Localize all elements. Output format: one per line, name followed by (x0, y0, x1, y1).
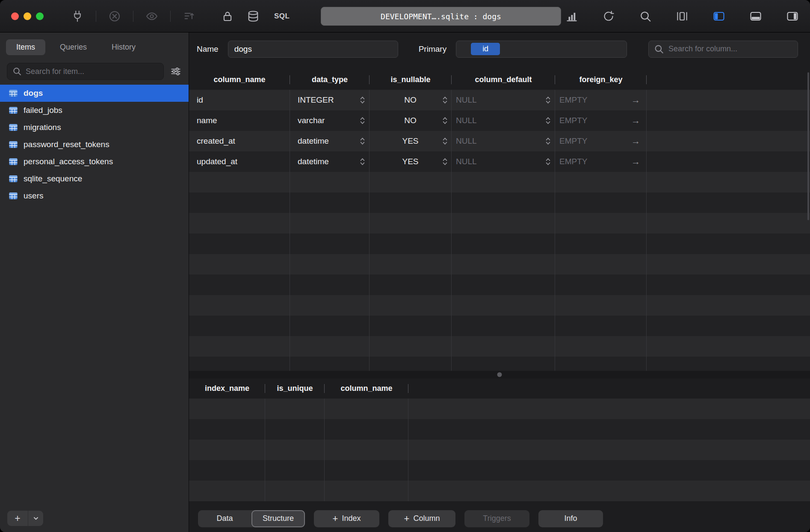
stepper-icon[interactable] (360, 157, 365, 167)
foreign-key-arrow-icon[interactable]: → (631, 95, 640, 105)
index-empty-row (189, 481, 810, 501)
index-table: index_name is_unique column_name (189, 378, 810, 505)
lock-icon[interactable] (220, 9, 235, 24)
cell-data-type[interactable]: INTEGER (290, 90, 370, 110)
primary-label: Primary (419, 44, 446, 54)
stepper-icon[interactable] (442, 115, 448, 126)
empty-cell (325, 481, 408, 501)
empty-cell (189, 233, 290, 254)
tab-queries[interactable]: Queries (50, 39, 97, 55)
empty-cell (189, 295, 290, 316)
cell-column-default[interactable]: NULL (452, 151, 555, 172)
tab-history[interactable]: History (101, 39, 146, 55)
table-item-migrations[interactable]: migrations (0, 119, 189, 136)
empty-cell (408, 460, 810, 481)
foreign-key-arrow-icon[interactable]: → (631, 157, 640, 167)
columns-view-icon[interactable] (675, 9, 689, 24)
toggle-left-sidebar-icon[interactable] (712, 9, 726, 24)
primary-key-field[interactable]: id (456, 41, 627, 58)
header-data-type: data_type (290, 70, 370, 90)
plus-icon: + (15, 513, 20, 524)
minimize-window-button[interactable] (24, 12, 31, 20)
cell-data-type[interactable]: datetime (290, 151, 370, 172)
cell-foreign-key[interactable]: EMPTY → (555, 151, 647, 172)
cell-is-nullable[interactable]: NO (370, 90, 452, 110)
stepper-icon[interactable] (360, 95, 365, 105)
index-empty-row (189, 460, 810, 481)
structure-empty-row (189, 172, 810, 192)
cell-data-type[interactable]: datetime (290, 131, 370, 151)
primary-key-chip[interactable]: id (471, 43, 500, 55)
stepper-icon[interactable] (360, 136, 365, 146)
table-item-failed-jobs[interactable]: failed_jobs (0, 102, 189, 119)
is-nullable-value: NO (404, 116, 417, 125)
stepper-icon[interactable] (545, 157, 551, 167)
search-icon[interactable] (638, 9, 653, 24)
table-name-input[interactable] (228, 41, 398, 58)
table-item-dogs[interactable]: dogs (0, 85, 189, 102)
add-index-button[interactable]: + Index (314, 510, 379, 527)
cell-is-nullable[interactable]: YES (370, 131, 452, 151)
splitter-handle-icon[interactable] (497, 372, 502, 377)
cell-column-default[interactable]: NULL (452, 110, 555, 131)
add-column-button[interactable]: + Column (388, 510, 455, 527)
zoom-window-button[interactable] (36, 12, 44, 20)
cell-is-nullable[interactable]: YES (370, 151, 452, 172)
empty-cell (647, 254, 810, 275)
table-item-personal-access-tokens[interactable]: personal_access_tokens (0, 153, 189, 170)
add-item-menu-button[interactable] (28, 511, 43, 526)
window-title[interactable]: DEVELOPMENT….sqlite : dogs (321, 7, 561, 26)
tab-items[interactable]: Items (6, 39, 45, 55)
refresh-icon[interactable] (601, 9, 616, 24)
info-button[interactable]: Info (538, 510, 603, 527)
cell-is-nullable[interactable]: NO (370, 110, 452, 131)
connection-plug-icon[interactable] (70, 9, 85, 24)
table-icon (9, 123, 18, 132)
add-item-button[interactable]: + (7, 511, 28, 526)
cell-column-name[interactable]: created_at (189, 131, 290, 151)
cell-data-type[interactable]: varchar (290, 110, 370, 131)
stepper-icon[interactable] (545, 115, 551, 126)
toggle-bottom-panel-icon[interactable] (748, 9, 763, 24)
filter-sliders-icon[interactable] (170, 65, 182, 77)
stepper-icon[interactable] (545, 136, 551, 146)
main-panel: Name Primary id column_name data_type is… (189, 33, 810, 532)
data-type-value: datetime (298, 136, 329, 146)
structure-body: id INTEGER NO NULL (189, 90, 810, 371)
cell-foreign-key[interactable]: EMPTY → (555, 110, 647, 131)
titlebar: SQL DEVELOPMENT….sqlite : dogs (0, 0, 810, 33)
cell-column-name[interactable]: id (189, 90, 290, 110)
stepper-icon[interactable] (545, 95, 551, 105)
stepper-icon[interactable] (442, 136, 448, 146)
database-icon[interactable] (246, 9, 260, 24)
item-search-field[interactable] (7, 63, 164, 80)
close-window-button[interactable] (11, 12, 19, 20)
cell-column-name[interactable]: updated_at (189, 151, 290, 172)
column-search-input[interactable] (668, 44, 792, 53)
empty-cell (189, 357, 290, 371)
cell-foreign-key[interactable]: EMPTY → (555, 131, 647, 151)
structure-tab-button[interactable]: Structure (251, 510, 305, 527)
table-item-users[interactable]: users (0, 187, 189, 204)
cell-foreign-key[interactable]: EMPTY → (555, 90, 647, 110)
column-search-field[interactable] (648, 41, 798, 58)
item-search-input[interactable] (26, 67, 158, 76)
chart-icon[interactable] (565, 9, 579, 24)
toggle-right-panel-icon[interactable] (785, 9, 800, 24)
foreign-key-arrow-icon[interactable]: → (631, 115, 640, 126)
foreign-key-arrow-icon[interactable]: → (631, 136, 640, 146)
structure-empty-row (189, 357, 810, 371)
panel-splitter[interactable] (189, 371, 810, 378)
table-item-label: sqlite_sequence (24, 174, 82, 183)
vertical-scrollbar[interactable] (807, 72, 809, 220)
table-item-sqlite-sequence[interactable]: sqlite_sequence (0, 170, 189, 187)
cell-column-default[interactable]: NULL (452, 90, 555, 110)
cell-column-name[interactable]: name (189, 110, 290, 131)
sql-button[interactable]: SQL (274, 9, 290, 24)
data-tab-button[interactable]: Data (198, 510, 251, 527)
stepper-icon[interactable] (442, 157, 448, 167)
stepper-icon[interactable] (442, 95, 448, 105)
stepper-icon[interactable] (360, 115, 365, 126)
table-item-password-reset-tokens[interactable]: password_reset_tokens (0, 136, 189, 153)
cell-column-default[interactable]: NULL (452, 131, 555, 151)
